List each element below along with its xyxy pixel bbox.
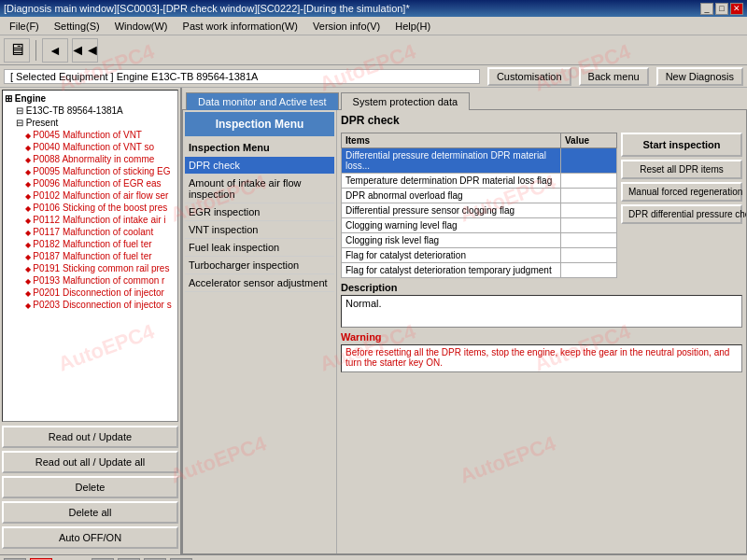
list-item[interactable]: P0106 Sticking of the boost pres: [5, 202, 176, 214]
auto-off-on-button[interactable]: Auto OFF/ON: [2, 526, 178, 549]
col-value: Value: [561, 133, 617, 148]
tree-view: ⊞ Engine ⊟ E13C-TB 89564-1381A ⊟ Present…: [2, 90, 178, 422]
table-row[interactable]: Clogging risk level flag: [342, 233, 617, 248]
main-container: ⊞ Engine ⊟ E13C-TB 89564-1381A ⊟ Present…: [0, 88, 747, 554]
description-label: Description: [341, 282, 742, 293]
tab-system-protection[interactable]: System protection data: [341, 92, 471, 110]
toolbar-separator: [35, 40, 36, 61]
maximize-button[interactable]: □: [715, 3, 728, 15]
row-value: [561, 148, 617, 174]
row-value: [561, 233, 617, 248]
warning-box: Before resetting all the DPR items, stop…: [341, 344, 742, 372]
list-item[interactable]: P0193 Malfunction of common r: [5, 274, 176, 287]
engine-icon: ⊞: [5, 93, 15, 104]
manual-forced-regen-button[interactable]: Manual forced regeneration: [621, 182, 742, 202]
col-items: Items: [342, 133, 561, 148]
customisation-button[interactable]: Customisation: [487, 67, 571, 86]
description-text: Normal.: [345, 298, 382, 309]
back-menu-button[interactable]: Back menu: [579, 67, 649, 86]
table-row[interactable]: Flag for catalyst deterioration temporar…: [342, 263, 617, 278]
row-item: Temperature determination DPR material l…: [342, 174, 561, 189]
back-nav-button[interactable]: 🖥: [4, 38, 30, 63]
list-item[interactable]: P0201 Disconnection of injector: [5, 287, 176, 299]
list-item[interactable]: P0191 Sticking common rail pres: [5, 262, 176, 274]
row-item: DPR abnormal overload flag: [342, 189, 561, 203]
delete-button[interactable]: Delete: [2, 476, 178, 498]
nav-collapse-button[interactable]: ◄◄: [72, 38, 98, 63]
row-item: Flag for catalyst deterioration: [342, 248, 561, 263]
status-bar: 👤 ⚠ Remain1days 🖥 🚗 🔑 🔌 19.0GB Simulatio…: [0, 554, 747, 560]
list-item[interactable]: P0203 Disconnection of injector s: [5, 299, 176, 311]
minimize-button[interactable]: _: [700, 3, 713, 15]
inspection-item-turbo[interactable]: Turbocharger inspection: [185, 257, 334, 274]
read-out-update-button[interactable]: Read out / Update: [2, 426, 178, 448]
title-bar: [Diagnosis main window][SC0003]-[DPR che…: [0, 0, 747, 17]
menu-file[interactable]: File(F): [4, 19, 45, 34]
list-item[interactable]: P0096 Malfunction of EGR eas: [5, 177, 176, 189]
reset-all-dpr-button[interactable]: Reset all DPR items: [621, 160, 742, 179]
nav-back-button[interactable]: ◄: [42, 38, 68, 63]
warning-text: Before resetting all the DPR items, stop…: [345, 347, 729, 368]
window-title: [Diagnosis main window][SC0003]-[DPR che…: [4, 3, 410, 14]
inspection-item-fuel-leak[interactable]: Fuel leak inspection: [185, 239, 334, 257]
dpr-check-area: DPR check Items Value Differential pre: [337, 110, 746, 553]
right-content: Data monitor and Active test System prot…: [182, 88, 747, 554]
table-row[interactable]: DPR abnormal overload flag: [342, 189, 617, 203]
delete-all-button[interactable]: Delete all: [2, 501, 178, 524]
list-item[interactable]: P0182 Malfunction of fuel ter: [5, 238, 176, 250]
dpr-table: Items Value Differential pressure determ…: [341, 133, 617, 278]
table-row[interactable]: Temperature determination DPR material l…: [342, 174, 617, 189]
inspection-item-dpr[interactable]: DPR check: [185, 157, 334, 175]
inspection-item-egr[interactable]: EGR inspection: [185, 203, 334, 221]
row-item: Clogging warning level flag: [342, 218, 561, 233]
dpr-table-container: Items Value Differential pressure determ…: [341, 133, 742, 278]
inspection-panel: Inspection Menu Inspection Menu DPR chec…: [183, 110, 337, 553]
menu-past-work[interactable]: Past work information(W): [177, 19, 303, 34]
description-section: Description Normal.: [341, 282, 742, 328]
tab-data-monitor[interactable]: Data monitor and Active test: [186, 92, 339, 110]
toolbar: 🖥 ◄ ◄◄: [0, 35, 747, 65]
list-item[interactable]: P0187 Malfunction of fuel ter: [5, 250, 176, 262]
equipment-label: [ Selected Equipment ] Engine E13C-TB 89…: [4, 69, 480, 84]
row-item: Differential pressure determination DPR …: [342, 148, 561, 174]
window-controls: _ □ ✕: [700, 3, 743, 15]
table-row[interactable]: Clogging warning level flag: [342, 218, 617, 233]
new-diagnosis-button[interactable]: New Diagnosis: [656, 67, 743, 86]
list-item[interactable]: P0112 Malfunction of intake air i: [5, 214, 176, 226]
left-button-group: Read out / Update Read out all / Update …: [2, 422, 178, 553]
menu-version[interactable]: Version info(V): [307, 19, 386, 34]
tabs-row: Data monitor and Active test System prot…: [182, 88, 747, 109]
description-box: Normal.: [341, 295, 742, 328]
inspection-item-accelerator[interactable]: Accelerator sensor adjustment: [185, 274, 334, 292]
warning-label: Warning: [341, 331, 742, 343]
read-out-all-button[interactable]: Read out all / Update all: [2, 451, 178, 473]
table-row[interactable]: Differential pressure sensor clogging fl…: [342, 203, 617, 218]
list-item[interactable]: P0117 Malfunction of coolant: [5, 226, 176, 238]
menu-setting[interactable]: Setting(S): [49, 19, 106, 34]
inspection-item-vnt[interactable]: VNT inspection: [185, 221, 334, 239]
inspection-menu-header: Inspection Menu: [185, 112, 334, 136]
row-value: [561, 263, 617, 278]
dpr-differential-button[interactable]: DPR differential pressure check: [621, 204, 742, 224]
list-item[interactable]: P0095 Malfunction of sticking EG: [5, 165, 176, 177]
start-inspection-button[interactable]: Start inspection: [621, 133, 742, 157]
table-row[interactable]: Differential pressure determination DPR …: [342, 148, 617, 174]
list-item[interactable]: P0040 Malfunction of VNT so: [5, 141, 176, 153]
menu-window[interactable]: Window(W): [109, 19, 174, 34]
row-value: [561, 248, 617, 263]
inspection-menu-label: Inspection Menu: [185, 140, 334, 155]
tree-root-engine: ⊞ Engine: [5, 92, 176, 105]
list-item[interactable]: P0088 Abnormality in comme: [5, 153, 176, 165]
inspection-item-intake[interactable]: Amount of intake air flow inspection: [185, 175, 334, 203]
list-item[interactable]: P0102 Malfunction of air flow ser: [5, 189, 176, 202]
menu-help[interactable]: Help(H): [389, 19, 436, 34]
tree-present: ⊟ Present: [5, 117, 176, 129]
row-value: [561, 174, 617, 189]
row-item: Differential pressure sensor clogging fl…: [342, 203, 561, 218]
tree-engine-id: ⊟ E13C-TB 89564-1381A: [5, 105, 176, 117]
row-item: Flag for catalyst deterioration temporar…: [342, 263, 561, 278]
warning-section: Warning Before resetting all the DPR ite…: [341, 331, 742, 372]
list-item[interactable]: P0045 Malfunction of VNT: [5, 129, 176, 141]
close-button[interactable]: ✕: [730, 3, 743, 15]
table-row[interactable]: Flag for catalyst deterioration: [342, 248, 617, 263]
